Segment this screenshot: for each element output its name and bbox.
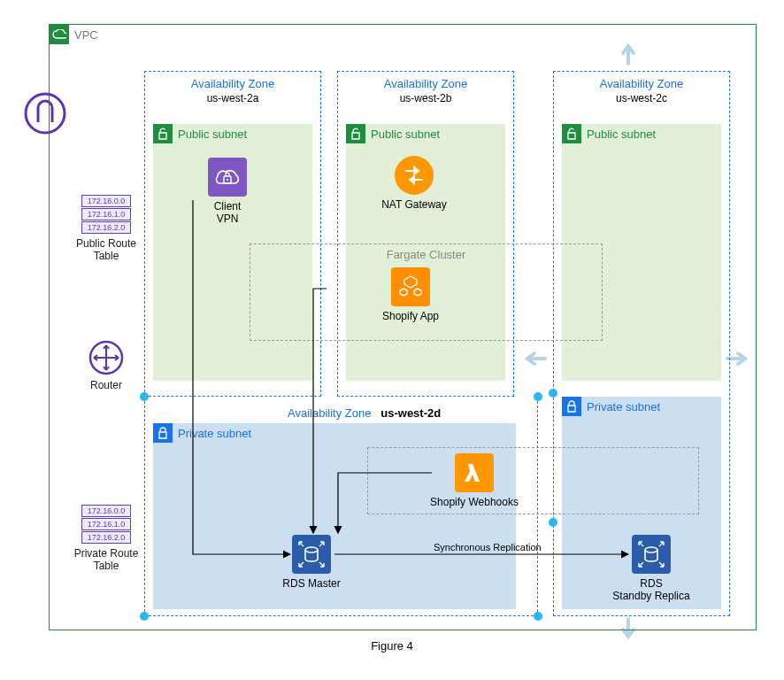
az-id: us-west-2a [145, 92, 320, 104]
subnet-label: Private subnet [587, 400, 660, 413]
nat-gateway: NAT Gateway [370, 156, 458, 211]
rds-standby: RDS Standby Replica [598, 535, 704, 603]
subnet-label: Public subnet [587, 128, 656, 141]
private-route-table: 172.16.0.0 172.16.1.0 172.16.2.0 Private… [66, 505, 146, 572]
router-icon [88, 340, 124, 375]
lock-open-icon [346, 124, 365, 143]
lock-icon [153, 423, 173, 443]
lambda-icon [455, 453, 494, 492]
client-vpn-label: Client VPN [183, 200, 272, 226]
shopify-webhooks-label: Shopify Webhooks [430, 496, 519, 508]
svg-point-3 [645, 547, 657, 552]
private-rt-label: Private Route Table [66, 547, 146, 572]
subnet-label: Public subnet [178, 128, 247, 141]
figure-caption: Figure 4 [0, 639, 784, 653]
shopify-webhooks: Shopify Webhooks [430, 453, 519, 508]
purple-circle-icon [24, 92, 66, 138]
svg-point-1 [227, 179, 228, 181]
nat-icon [395, 156, 434, 195]
client-vpn: Client VPN [183, 158, 272, 226]
vpc-label: VPC [74, 28, 98, 42]
lock-open-icon [153, 124, 173, 143]
az-title: Availability Zone [338, 77, 513, 90]
lambda-box [367, 447, 699, 514]
az-id: us-west-2b [338, 92, 513, 104]
fargate-label: Fargate Cluster [387, 248, 466, 261]
az-id: us-west-2c [554, 92, 729, 104]
vpc-header: VPC [50, 25, 98, 44]
diagram-canvas: VPC Availability Zone us-west-2a Availab… [0, 0, 784, 680]
svg-point-2 [305, 547, 318, 552]
rds-standby-label: RDS Standby Replica [598, 577, 704, 603]
cloud-icon [50, 25, 69, 44]
subnet-label: Private subnet [178, 427, 251, 440]
lock-open-icon [562, 124, 581, 143]
az-title: Availability Zone [554, 77, 729, 90]
public-route-table: 172.16.0.0 172.16.1.0 172.16.2.0 Public … [66, 195, 146, 262]
route-table-icon: 172.16.0.0 172.16.1.0 172.16.2.0 [81, 505, 131, 544]
nat-label: NAT Gateway [370, 198, 458, 211]
router-label: Router [66, 379, 146, 391]
shopify-app-label: Shopify App [366, 310, 455, 322]
router: Router [66, 340, 146, 391]
public-rt-label: Public Route Table [66, 237, 146, 262]
rds-icon [292, 535, 331, 574]
rds-master-label: RDS Master [267, 577, 356, 590]
rds-icon [632, 535, 671, 574]
vpn-icon [208, 158, 247, 197]
lock-icon [562, 397, 581, 416]
route-table-icon: 172.16.0.0 172.16.1.0 172.16.2.0 [81, 195, 131, 234]
subnet-label: Public subnet [371, 128, 440, 141]
az-title: Availability Zone [145, 77, 320, 90]
ecs-icon [391, 267, 430, 306]
shopify-app: Shopify App [366, 267, 455, 322]
rds-master: RDS Master [267, 535, 356, 590]
